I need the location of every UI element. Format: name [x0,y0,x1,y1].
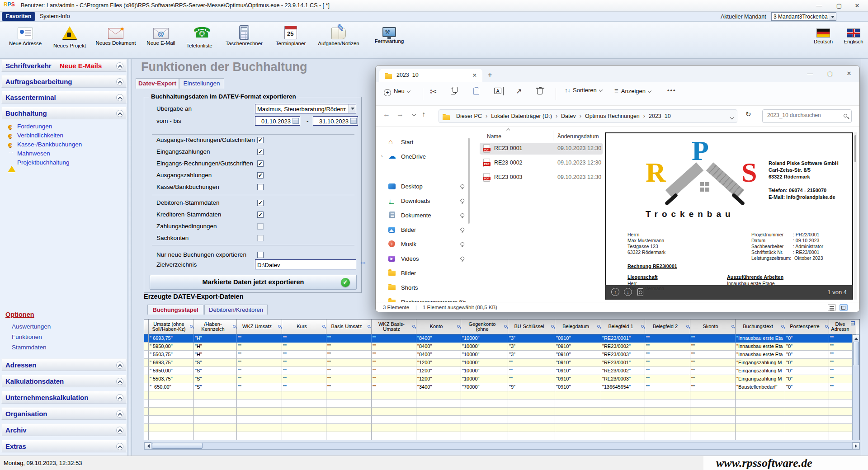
table-row[interactable] [144,400,853,408]
table-cell[interactable] [416,391,461,400]
table-cell[interactable] [508,408,555,416]
toolbar-button-phone[interactable]: ☎Telefonliste [178,24,221,56]
table-cell[interactable]: "3" [508,351,555,359]
sidebar-item-kasse-bankbuchungen[interactable]: €Kasse-/Bankbuchungen [0,140,127,149]
sidebar-item-funktionen[interactable]: Funktionen [12,334,42,340]
table-cell[interactable] [601,432,645,440]
table-row[interactable]: " 5503,75""S""""""""""1200""10000""""091… [144,375,853,383]
table-cell[interactable] [149,400,194,408]
sidebar-section-organisation[interactable]: Organisation [1,407,127,420]
menu-system-info[interactable]: System-Info [40,13,70,19]
table-cell[interactable] [555,424,601,432]
table-cell[interactable]: "RE23/0001" [601,359,645,367]
table-cell[interactable] [508,391,555,400]
table-cell[interactable]: "" [372,351,416,359]
table-cell[interactable]: "" [690,383,736,391]
chevron-up-icon[interactable] [116,110,123,117]
table-cell[interactable]: "" [690,351,736,359]
new-button[interactable]: +Neu [384,88,410,102]
table-cell[interactable]: "3" [508,343,555,351]
table-cell[interactable] [645,424,690,432]
page-up-icon[interactable]: ↑ [611,288,619,296]
address-chevron-icon[interactable] [728,115,733,121]
explorer-maximize-button[interactable]: ▢ [821,67,840,80]
table-cell[interactable] [194,400,237,408]
table-cell[interactable]: "RE23/0003" [601,351,645,359]
search-filter-icon[interactable] [278,325,281,328]
table-cell[interactable] [237,408,282,416]
table-cell[interactable]: "0" [785,351,829,359]
sidebar-splitter[interactable] [128,59,132,456]
table-cell[interactable]: "1200" [416,359,461,367]
ziel-input[interactable]: D:\Datev [255,259,356,269]
checkbox-kreditoren-stammdaten[interactable]: ✓ [257,212,264,218]
table-cell[interactable]: " 650,00" [149,383,194,391]
table-cell[interactable] [461,391,508,400]
table-row[interactable] [144,432,853,440]
table-cell[interactable]: "" [372,383,416,391]
table-cell[interactable]: " 5503,75" [149,375,194,383]
table-cell[interactable]: "" [326,334,372,343]
column-header-12[interactable]: Skonto [690,320,736,334]
table-cell[interactable] [282,391,326,400]
search-filter-icon[interactable] [504,325,507,328]
column-header-14[interactable]: Postensperre [785,320,829,334]
table-cell[interactable]: "Innausbau erste Eta [736,343,785,351]
table-cell[interactable]: "0910" [555,375,601,383]
table-cell[interactable]: "S" [194,375,237,383]
table-cell[interactable] [326,416,372,424]
table-cell[interactable]: "" [282,351,326,359]
table-cell[interactable]: "" [690,375,736,383]
scrollbar-thumb[interactable] [152,443,203,449]
search-filter-icon[interactable] [825,325,828,328]
table-cell[interactable]: "" [645,359,690,367]
table-cell[interactable]: "" [237,359,282,367]
table-cell[interactable]: "" [645,375,690,383]
table-cell[interactable]: "" [508,375,555,383]
checkbox-eingangszahlungen[interactable]: ✓ [257,149,264,155]
table-cell[interactable] [736,416,785,424]
table-cell[interactable] [416,400,461,408]
table-cell[interactable]: "10000" [461,367,508,375]
table-cell[interactable] [282,416,326,424]
sidebar-item-verbindlichkeiten[interactable]: €Verbindlichkeiten [0,131,127,140]
table-cell[interactable]: "" [237,351,282,359]
table-cell[interactable]: "RE23/0001" [601,334,645,343]
table-cell[interactable]: "0910" [555,334,601,343]
sidebar-section-auftragsbearbeitung[interactable]: Auftragsbearbeitung [1,75,127,88]
table-cell[interactable]: "1200" [416,375,461,383]
sidebar-item-stammdaten[interactable]: Stammdaten [12,344,47,351]
sidebar-section-buchhaltung[interactable]: Buchhaltung [1,107,127,119]
table-cell[interactable]: "H" [194,334,237,343]
table-cell[interactable]: " 6693,75" [149,359,194,367]
column-header-5[interactable]: WKZ Basis-Umsatz [372,320,416,334]
table-cell[interactable]: "Eingangszahlung M [736,375,785,383]
table-cell[interactable]: "0" [785,334,829,343]
table-cell[interactable] [555,400,601,408]
new-emails-badge[interactable]: Neue E-Mails [60,62,102,70]
search-filter-icon[interactable] [597,325,600,328]
table-cell[interactable] [282,424,326,432]
table-cell[interactable]: "" [372,334,416,343]
table-row[interactable]: " 5950,00""H""""""""""8400""10000""3""09… [144,343,853,351]
file-column-date[interactable]: Änderungsdatum [557,133,599,140]
table-cell[interactable]: "" [326,375,372,383]
explorer-minimize-button[interactable]: — [801,67,820,80]
search-filter-icon[interactable] [368,325,370,328]
table-cell[interactable]: "" [282,375,326,383]
table-cell[interactable]: "0910" [555,351,601,359]
table-cell[interactable]: "RE23/0002" [601,343,645,351]
chevron-up-icon[interactable] [116,378,123,385]
sidebar-section-archiv[interactable]: Archiv [1,423,127,436]
nav-item-bilder[interactable]: Bilder [382,224,467,236]
table-cell[interactable] [416,424,461,432]
table-cell[interactable] [555,416,601,424]
close-button[interactable]: ✕ [848,0,866,11]
file-column-name[interactable]: Name [487,133,501,140]
toolbar-button-construction-sign[interactable]: Neues Projekt [48,24,91,56]
toolbar-button-notes-pen[interactable]: ✎Aufgaben/Notizen [317,24,360,56]
explorer-close-button[interactable]: ✕ [840,67,859,80]
table-cell[interactable] [282,432,326,440]
table-cell[interactable]: "" [645,367,690,375]
table-cell[interactable]: "" [282,359,326,367]
